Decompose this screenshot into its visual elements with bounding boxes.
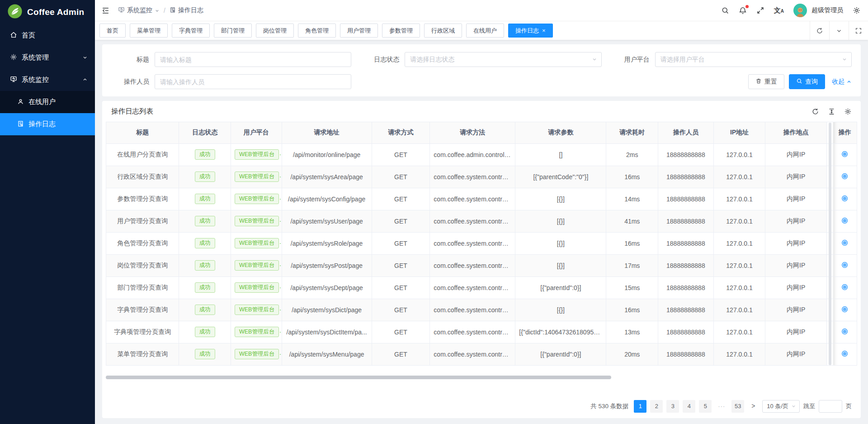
view-detail-button[interactable]: [833, 210, 857, 232]
view-detail-button[interactable]: [833, 143, 857, 166]
cell-location: 内网IP: [765, 343, 827, 365]
vertical-scrollbar[interactable]: [829, 123, 831, 365]
sidebar-item-operation-logs[interactable]: 操作日志: [0, 113, 95, 135]
tab-部门管理[interactable]: 部门管理: [214, 24, 252, 38]
table-row: 在线用户分页查询成功WEB管理后台/api/monitor/online/pag…: [106, 143, 857, 166]
settings-gear-icon[interactable]: [853, 6, 861, 14]
cell-method: GET: [372, 210, 430, 232]
refresh-table-icon[interactable]: [811, 108, 819, 115]
cell-ip: 127.0.0.1: [713, 232, 765, 254]
breadcrumb-separator: /: [164, 7, 165, 14]
collapse-form-link[interactable]: 收起: [832, 78, 852, 86]
search-icon[interactable]: [721, 6, 729, 14]
table-row: 岗位管理分页查询成功WEB管理后台/api/system/sysPost/pag…: [106, 254, 857, 276]
tab-角色管理[interactable]: 角色管理: [298, 24, 336, 38]
cell-ip: 127.0.0.1: [713, 254, 765, 276]
platform-tag: WEB管理后台: [235, 172, 279, 182]
tab-岗位管理[interactable]: 岗位管理: [256, 24, 294, 38]
view-detail-button[interactable]: [833, 321, 857, 343]
breadcrumb-root[interactable]: 系统监控: [118, 6, 160, 14]
reset-button[interactable]: 重置: [748, 74, 784, 89]
chevron-up-icon: [846, 79, 852, 85]
translate-icon[interactable]: 文A: [774, 6, 784, 15]
sidebar-item-home[interactable]: 首页: [0, 24, 95, 47]
view-detail-button[interactable]: [833, 299, 857, 321]
title-input-box[interactable]: [160, 56, 346, 63]
page-button-2[interactable]: 2: [650, 400, 663, 413]
cell-status: 成功: [179, 343, 231, 365]
view-detail-button[interactable]: [833, 188, 857, 210]
page-button-1[interactable]: 1: [634, 400, 646, 413]
operator-input-box[interactable]: [160, 78, 346, 86]
cell-title: 用户管理分页查询: [106, 210, 179, 232]
next-page-button[interactable]: >: [748, 400, 759, 413]
maximize-content-icon[interactable]: [849, 21, 868, 40]
cell-handler: com.coffee.system.controlle...: [430, 188, 515, 210]
cell-ip: 127.0.0.1: [713, 321, 765, 343]
row-density-icon[interactable]: [828, 108, 835, 115]
page-size-value: 10 条/页: [767, 402, 788, 410]
view-detail-button[interactable]: [833, 276, 857, 299]
tab-label: 首页: [107, 27, 118, 35]
query-button[interactable]: 查询: [789, 74, 825, 89]
cell-duration: 16ms: [606, 299, 658, 321]
col-request-type: 请求方式: [372, 122, 430, 143]
current-user-name[interactable]: 超级管理员: [811, 6, 843, 14]
user-platform-field-label: 用户平台: [612, 56, 655, 64]
sidebar: Coffee Admin 首页 系统管理: [0, 0, 95, 424]
sidebar-item-online-users[interactable]: 在线用户: [0, 91, 95, 113]
collapse-sidebar-icon[interactable]: [101, 6, 110, 15]
log-status-select[interactable]: 请选择日志状态: [405, 52, 601, 67]
column-settings-gear-icon[interactable]: [844, 108, 852, 115]
page-size-select[interactable]: 10 条/页: [762, 400, 800, 413]
cell-location: 内网IP: [765, 188, 827, 210]
monitor-icon: [118, 6, 125, 14]
chevron-down-icon: [592, 56, 597, 64]
log-document-icon: [170, 7, 176, 14]
view-detail-button[interactable]: [833, 254, 857, 276]
refresh-tab-icon[interactable]: [810, 21, 829, 40]
status-tag: 成功: [195, 260, 215, 271]
tab-字典管理[interactable]: 字典管理: [172, 24, 210, 38]
jump-page-input[interactable]: [819, 400, 842, 413]
notification-bell-icon[interactable]: [739, 6, 747, 14]
page-button-53[interactable]: 53: [731, 400, 744, 413]
tab-在线用户[interactable]: 在线用户: [466, 24, 504, 38]
sidebar-menu: 首页 系统管理 系统监控: [0, 24, 95, 135]
search-actions: 重置 查询 收起: [748, 74, 852, 89]
operator-input[interactable]: [155, 74, 351, 89]
cell-platform: WEB管理后台: [231, 210, 282, 232]
tabbar: 首页菜单管理字典管理部门管理岗位管理角色管理用户管理参数管理行政区域在线用户操作…: [95, 21, 868, 40]
view-detail-button[interactable]: [833, 166, 857, 188]
user-platform-select[interactable]: 请选择用户平台: [655, 52, 852, 67]
col-user-platform: 用户平台: [231, 122, 282, 143]
tab-menu-chevron-icon[interactable]: [829, 21, 849, 40]
tab-菜单管理[interactable]: 菜单管理: [130, 24, 168, 38]
sidebar-item-label: 操作日志: [28, 120, 88, 129]
sidebar-item-system-monitor[interactable]: 系统监控: [0, 69, 95, 91]
sidebar-item-system-mgmt[interactable]: 系统管理: [0, 47, 95, 69]
tab-行政区域[interactable]: 行政区域: [424, 24, 462, 38]
horizontal-scrollbar[interactable]: [106, 376, 611, 379]
table-row: 部门管理分页查询成功WEB管理后台/api/system/sysDept/pag…: [106, 276, 857, 299]
table-row: 菜单管理分页查询成功WEB管理后台/api/system/sysMenu/pag…: [106, 343, 857, 365]
page-button-4[interactable]: 4: [683, 400, 695, 413]
title-input[interactable]: [155, 52, 351, 67]
user-platform-field: 用户平台 请选择用户平台: [612, 52, 852, 67]
tab-首页[interactable]: 首页: [99, 24, 126, 38]
view-detail-button[interactable]: [833, 232, 857, 254]
tab-close-icon[interactable]: ×: [542, 28, 546, 33]
cell-method: GET: [372, 166, 430, 188]
log-table-wrapper: 标题 日志状态 用户平台 请求地址 请求方式 请求方法 请求参数 请求耗时 操作…: [106, 122, 857, 366]
fullscreen-icon[interactable]: [756, 6, 764, 14]
tab-参数管理[interactable]: 参数管理: [382, 24, 420, 38]
platform-tag: WEB管理后台: [235, 260, 279, 271]
tab-用户管理[interactable]: 用户管理: [340, 24, 378, 38]
tab-操作日志[interactable]: 操作日志×: [508, 24, 553, 38]
view-detail-button[interactable]: [833, 343, 857, 365]
app-logo[interactable]: Coffee Admin: [0, 0, 95, 24]
page-button-3[interactable]: 3: [666, 400, 679, 413]
avatar[interactable]: [793, 4, 807, 17]
page-button-5[interactable]: 5: [699, 400, 712, 413]
sidebar-item-label: 系统管理: [22, 53, 78, 62]
